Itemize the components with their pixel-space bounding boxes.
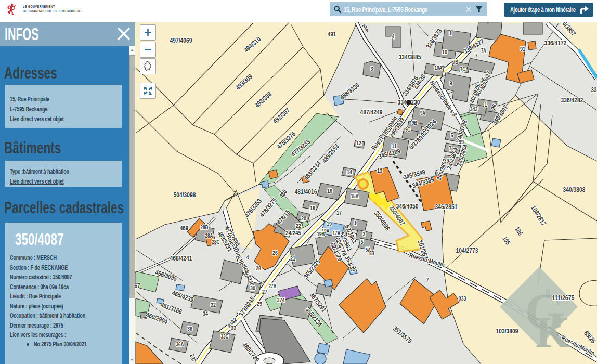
svg-text:5: 5 xyxy=(361,239,364,245)
svg-text:5B: 5B xyxy=(369,250,374,256)
svg-text:104/2773: 104/2773 xyxy=(456,246,478,254)
svg-text:16: 16 xyxy=(327,188,332,194)
svg-text:28B: 28B xyxy=(201,224,209,230)
svg-text:33: 33 xyxy=(231,324,236,331)
svg-text:28: 28 xyxy=(256,265,261,271)
svg-text:7: 7 xyxy=(475,53,478,59)
svg-text:29: 29 xyxy=(257,301,262,307)
svg-text:5: 5 xyxy=(451,132,453,138)
svg-text:33C: 33C xyxy=(221,333,229,340)
svg-text:10A: 10A xyxy=(435,64,443,71)
svg-text:7B: 7B xyxy=(453,59,458,65)
svg-text:20: 20 xyxy=(301,215,306,222)
svg-text:7C: 7C xyxy=(460,66,465,72)
svg-text:4: 4 xyxy=(246,254,250,261)
svg-text:24/245: 24/245 xyxy=(285,230,301,236)
svg-text:36: 36 xyxy=(187,326,192,332)
svg-text:103/3809: 103/3809 xyxy=(496,327,518,335)
svg-text:32: 32 xyxy=(211,302,216,308)
svg-text:481/4016: 481/4016 xyxy=(295,188,317,196)
svg-text:469: 469 xyxy=(180,224,188,232)
svg-text:9A: 9A xyxy=(420,110,425,116)
svg-text:343: 343 xyxy=(470,106,478,112)
svg-text:1: 1 xyxy=(485,101,487,108)
svg-text:19: 19 xyxy=(327,220,332,227)
svg-text:17: 17 xyxy=(336,210,342,216)
svg-text:7: 7 xyxy=(426,277,429,283)
svg-text:7: 7 xyxy=(449,145,452,151)
svg-text:27A: 27A xyxy=(269,283,277,289)
svg-text:99: 99 xyxy=(459,139,464,145)
svg-text:36A: 36A xyxy=(176,341,184,347)
svg-text:12: 12 xyxy=(356,140,361,146)
svg-text:26: 26 xyxy=(272,250,278,256)
svg-text:21: 21 xyxy=(290,255,295,262)
svg-text:10: 10 xyxy=(442,49,447,55)
svg-text:9: 9 xyxy=(450,80,452,86)
svg-text:3: 3 xyxy=(371,66,373,72)
svg-text:13: 13 xyxy=(377,167,382,174)
svg-text:374: 374 xyxy=(277,297,285,303)
svg-text:28C: 28C xyxy=(212,239,220,245)
svg-text:91: 91 xyxy=(520,46,525,52)
svg-text:3: 3 xyxy=(363,231,366,237)
svg-text:19B: 19B xyxy=(317,231,325,237)
svg-text:67: 67 xyxy=(135,282,140,290)
svg-text:4: 4 xyxy=(392,33,395,40)
svg-text:9C: 9C xyxy=(405,126,410,133)
svg-text:7A: 7A xyxy=(481,47,486,54)
svg-text:22: 22 xyxy=(296,223,301,229)
svg-text:33: 33 xyxy=(591,86,597,94)
svg-text:346/2851: 346/2851 xyxy=(435,203,458,211)
svg-text:9B: 9B xyxy=(412,120,417,126)
svg-text:18: 18 xyxy=(310,205,315,211)
svg-text:30: 30 xyxy=(250,285,255,291)
svg-text:491: 491 xyxy=(328,30,336,38)
svg-text:346/4050: 346/4050 xyxy=(396,202,419,210)
svg-text:9: 9 xyxy=(447,158,449,164)
svg-text:334/3885: 334/3885 xyxy=(399,53,421,61)
svg-text:1: 1 xyxy=(449,30,452,36)
svg-text:34: 34 xyxy=(203,310,209,317)
svg-text:336/4282: 336/4282 xyxy=(561,96,583,104)
svg-text:111/2675: 111/2675 xyxy=(552,294,575,302)
svg-text:504/3098: 504/3098 xyxy=(174,191,196,199)
svg-text:340/3808: 340/3808 xyxy=(563,186,586,193)
svg-text:1: 1 xyxy=(354,220,357,226)
svg-text:11: 11 xyxy=(392,143,397,149)
svg-text:15A: 15A xyxy=(351,193,359,199)
svg-text:487/4249: 487/4249 xyxy=(360,108,383,116)
svg-text:17A: 17A xyxy=(333,230,341,236)
svg-text:28A: 28A xyxy=(205,232,213,239)
svg-text:033: 033 xyxy=(459,295,466,302)
svg-text:14: 14 xyxy=(347,169,353,175)
svg-text:27: 27 xyxy=(262,289,267,295)
svg-text:K: K xyxy=(536,308,570,357)
svg-text:497/4069: 497/4069 xyxy=(170,36,192,44)
svg-text:336/4172: 336/4172 xyxy=(544,39,567,47)
svg-text:468/4241: 468/4241 xyxy=(170,254,192,262)
